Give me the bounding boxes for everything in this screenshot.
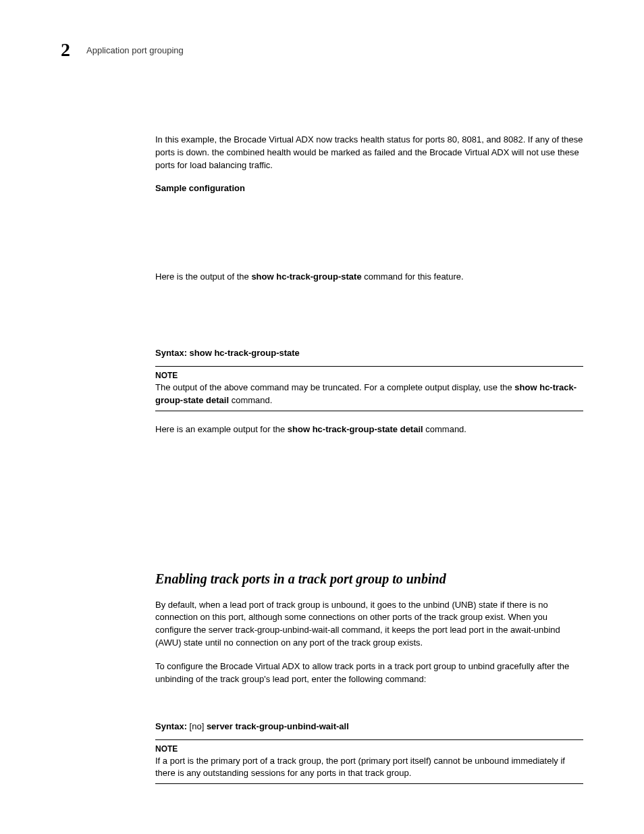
example-output-command: show hc-track-group-state detail — [288, 424, 423, 434]
syntax-label-2: Syntax: — [155, 721, 190, 731]
note-text-2: If a port is the primary port of a track… — [155, 755, 583, 779]
syntax-line-2: Syntax: [no] server track-group-unbind-w… — [155, 721, 583, 731]
spacer — [155, 294, 583, 348]
note-text-1: The output of the above command may be t… — [155, 382, 583, 406]
syntax-command-2: server track-group-unbind-wait-all — [207, 721, 349, 731]
spacer-small — [155, 697, 583, 721]
output-paragraph: Here is the output of the show hc-track-… — [155, 271, 583, 284]
page-container: 2 Application port grouping In this exam… — [0, 0, 644, 834]
sample-config-heading: Sample configuration — [155, 183, 583, 193]
syntax-line-1: Syntax: show hc-track-group-state — [155, 348, 583, 358]
intro-paragraph: In this example, the Brocade Virtual ADX… — [155, 134, 583, 172]
syntax-command-1: show hc-track-group-state — [190, 348, 300, 358]
section-para-2: To configure the Brocade Virtual ADX to … — [155, 660, 583, 686]
output-para-suffix: command for this feature. — [362, 271, 464, 282]
example-output-prefix: Here is an example output for the — [155, 424, 288, 434]
page-header: 2 Application port grouping — [61, 39, 583, 61]
section-para-1: By default, when a lead port of track gr… — [155, 599, 583, 650]
section-heading: Enabling track ports in a track port gro… — [155, 571, 583, 587]
content-area: In this example, the Brocade Virtual ADX… — [155, 134, 583, 784]
example-output-paragraph: Here is an example output for the show h… — [155, 423, 583, 436]
chapter-number: 2 — [61, 39, 70, 61]
syntax-label: Syntax: — [155, 348, 190, 358]
note1-text-suffix: command. — [229, 395, 272, 405]
header-title: Application port grouping — [86, 45, 184, 55]
note-label-1: NOTE — [155, 371, 583, 380]
output-para-command: show hc-track-group-state — [251, 271, 361, 282]
example-output-suffix: command. — [423, 424, 466, 434]
note-label-2: NOTE — [155, 744, 583, 754]
output-para-prefix: Here is the output of the — [155, 271, 251, 282]
note-block-1: NOTE The output of the above command may… — [155, 366, 583, 411]
syntax-optional: [no] — [190, 721, 207, 731]
note1-text-prefix: The output of the above command may be t… — [155, 382, 514, 392]
note-block-2: NOTE If a port is the primary port of a … — [155, 739, 583, 784]
